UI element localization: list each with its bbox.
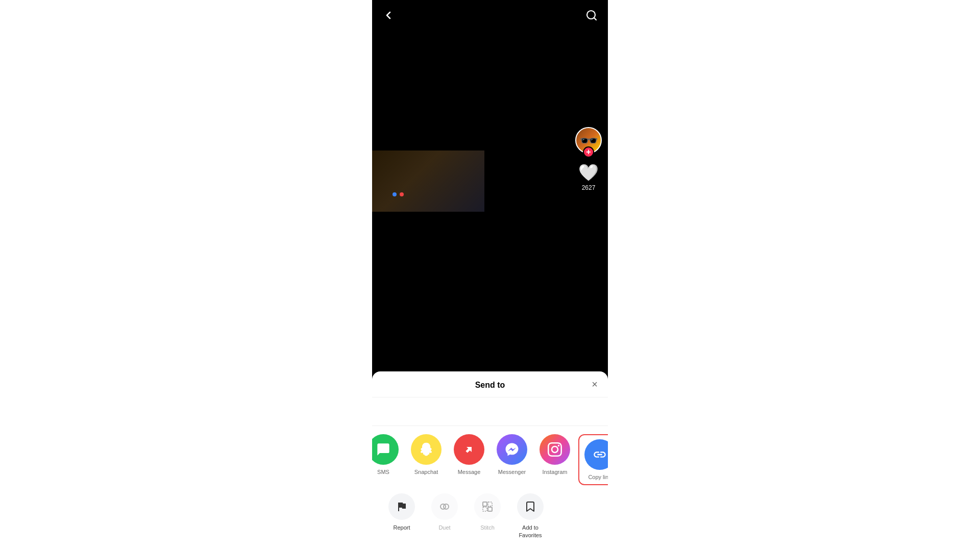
top-bar [372,0,608,31]
add-to-favorites-icon [517,493,544,520]
share-row: SMS Snapchat [372,426,608,489]
share-item-snapchat[interactable]: Snapchat [405,434,448,485]
copy-link-icon [584,439,608,470]
svg-rect-8 [488,507,492,511]
heart-icon: 🤍 [578,163,599,182]
report-icon [388,493,415,520]
message-label: Message [458,469,481,475]
avatar-container[interactable]: 🕶️ + [575,127,602,154]
sheet-title: Send to [475,381,505,390]
svg-rect-5 [483,502,487,506]
video-area: 🕶️ + 🤍 2627 [372,0,608,212]
stitch-label: Stitch [480,524,495,531]
report-label: Report [393,524,410,531]
actions-row: Report Duet [372,489,608,541]
sheet-header: Send to × [372,371,608,397]
duet-icon [431,493,458,520]
svg-rect-6 [488,502,492,506]
messenger-icon [497,434,527,465]
instagram-icon [540,434,570,465]
instagram-label: Instagram [543,469,568,475]
search-button[interactable] [585,9,598,21]
action-duet[interactable]: Duet [423,493,466,539]
copy-link-label: Copy link [588,474,608,480]
follow-plus[interactable]: + [583,146,594,158]
svg-line-1 [594,18,596,20]
share-item-sms[interactable]: SMS [372,434,405,485]
snapchat-label: Snapchat [414,469,438,475]
sms-label: SMS [377,469,389,475]
action-stitch[interactable]: Stitch [466,493,509,539]
close-button[interactable]: × [592,379,598,390]
add-to-favorites-label: Add toFavorites [519,524,542,539]
snapchat-icon [411,434,442,465]
share-item-message[interactable]: Message [448,434,491,485]
search-area[interactable] [372,397,608,426]
like-button[interactable]: 🤍 2627 [578,163,599,191]
right-sidebar: 🕶️ + 🤍 2627 [575,127,602,191]
share-item-messenger[interactable]: Messenger [491,434,533,485]
duet-label: Duet [438,524,450,531]
back-button[interactable] [382,9,395,21]
svg-rect-7 [483,507,487,511]
stitch-icon [474,493,501,520]
action-report[interactable]: Report [380,493,423,539]
bottom-sheet: Send to × SMS [372,371,608,551]
share-item-copy-link[interactable]: Copy link [578,434,608,485]
message-icon [454,434,484,465]
messenger-label: Messenger [498,469,526,475]
video-thumbnail [372,151,484,212]
sms-icon [372,434,399,465]
share-item-instagram[interactable]: Instagram [533,434,576,485]
phone-container: 🕶️ + 🤍 2627 Send to × [372,0,608,551]
like-count: 2627 [582,184,596,191]
action-add-to-favorites[interactable]: Add toFavorites [509,493,552,539]
